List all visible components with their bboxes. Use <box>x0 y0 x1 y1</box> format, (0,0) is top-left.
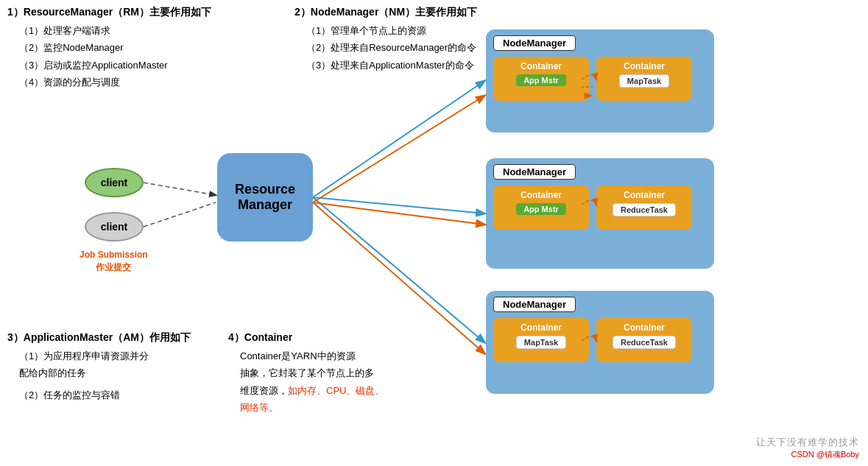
rm-to-nm1-blue <box>313 81 484 197</box>
page-container: 1）ResourceManager（RM）主要作用如下 （1）处理客户端请求 （… <box>0 0 868 466</box>
section3-item1: （1）为应用程序申请资源并分配给内部的任务 <box>19 347 214 382</box>
nm-panel-1: NodeManager Container App Mstr Container… <box>486 29 714 133</box>
nm3-header: NodeManager <box>493 297 576 312</box>
client-green-to-rm <box>144 183 216 195</box>
client-gray-to-rm <box>144 202 216 227</box>
job-submission-label: Job Submission 作业提交 <box>80 249 148 274</box>
section1-title: 1）ResourceManager（RM）主要作用如下 <box>7 6 258 19</box>
watermark: 让天下没有难学的技术 CSDN @镇魂Boby <box>756 436 859 460</box>
section1-item3: （3）启动或监控ApplicationMaster <box>19 57 258 74</box>
nm1-container2: Container MapTask <box>596 57 692 101</box>
section1-item2: （2）监控NodeManager <box>19 39 258 56</box>
nm2-reducetask: ReduceTask <box>613 203 676 216</box>
nm1-appmaster: App Mstr <box>516 74 566 86</box>
nm3-container1: Container MapTask <box>493 318 589 362</box>
nm2-containers: Container App Mstr Container ReduceTask <box>493 186 707 230</box>
nm1-header: NodeManager <box>493 35 576 51</box>
section4-body: Container是YARN中的资源抽象，它封装了某个节点上的多维度资源，如内存… <box>240 347 434 417</box>
client-green: client <box>85 168 144 197</box>
section2-title: 2）NodeManager（NM）主要作用如下 <box>294 6 574 19</box>
nm1-container1: Container App Mstr <box>493 57 589 101</box>
client-gray: client <box>85 212 144 241</box>
section1-item4: （4）资源的分配与调度 <box>19 74 258 91</box>
section3-title: 3）ApplicationMaster（AM）作用如下 <box>7 331 214 345</box>
nm-panel-3: NodeManager Container MapTask Container … <box>486 291 714 394</box>
nm3-containers: Container MapTask Container ReduceTask <box>493 318 707 362</box>
csdn-label: CSDN @镇魂Boby <box>756 449 859 460</box>
section4-title: 4）Container <box>228 331 434 345</box>
nm3-container2: Container ReduceTask <box>596 318 692 362</box>
nm3-reducetask: ReduceTask <box>613 336 676 349</box>
rm-to-nm2-blue <box>313 197 484 213</box>
nm-panel-2: NodeManager Container App Mstr Container… <box>486 158 714 269</box>
section1-item1: （1）处理客户端请求 <box>19 22 258 39</box>
rm-to-nm2-orange <box>313 202 484 225</box>
section3: 3）ApplicationMaster（AM）作用如下 （1）为应用程序申请资源… <box>7 331 214 403</box>
rm-to-nm1-orange <box>313 96 484 202</box>
rm-label: ResourceManager <box>235 182 295 213</box>
nm1-containers: Container App Mstr Container MapTask <box>493 57 707 101</box>
section1: 1）ResourceManager（RM）主要作用如下 （1）处理客户端请求 （… <box>7 6 258 91</box>
watermark-line1: 让天下没有难学的技术 <box>756 436 859 449</box>
nm2-container1: Container App Mstr <box>493 186 589 230</box>
resource-manager-box: ResourceManager <box>217 153 313 241</box>
rm-to-nm3-blue <box>313 197 484 342</box>
nm2-header: NodeManager <box>493 164 576 180</box>
nm1-maptask: MapTask <box>619 74 669 88</box>
nm2-appmaster: App Mstr <box>516 203 566 215</box>
nm2-container2: Container ReduceTask <box>596 186 692 230</box>
nm3-maptask: MapTask <box>516 336 566 349</box>
section3-item2: （2）任务的监控与容错 <box>19 386 214 403</box>
section4: 4）Container Container是YARN中的资源抽象，它封装了某个节… <box>228 331 434 417</box>
